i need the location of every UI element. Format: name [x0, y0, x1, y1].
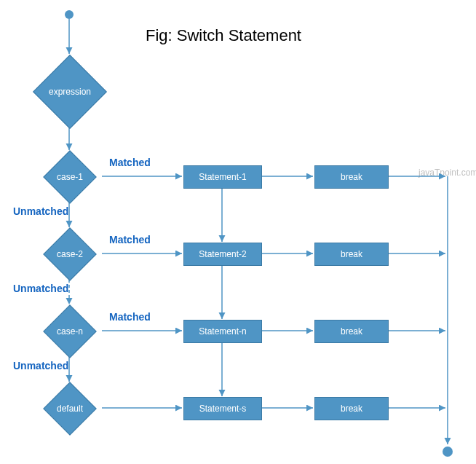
node-break-1-label: break [341, 172, 362, 182]
edge-unmatched-2: Unmatched [13, 283, 68, 294]
node-expression: expression [33, 55, 107, 129]
svg-point-1 [443, 447, 453, 457]
node-statement-n: Statement-n [183, 320, 262, 343]
edge-matched-2: Matched [109, 234, 151, 245]
node-case-1: case-1 [43, 150, 97, 204]
node-default-label: default [57, 404, 83, 414]
node-statement-s: Statement-s [183, 397, 262, 420]
node-statement-2: Statement-2 [183, 243, 262, 266]
node-break-n: break [314, 320, 389, 343]
node-break-1: break [314, 165, 389, 189]
edge-matched-1: Matched [109, 157, 151, 168]
node-default: default [43, 382, 97, 436]
edge-matched-n: Matched [109, 311, 151, 323]
svg-point-0 [65, 10, 74, 19]
flowchart-canvas: Fig: Switch Statement javaTpoint.com [0, 0, 476, 464]
node-statement-n-label: Statement-n [199, 326, 246, 337]
node-expression-label: expression [49, 87, 91, 97]
node-statement-2-label: Statement-2 [199, 249, 246, 259]
node-break-n-label: break [341, 326, 362, 337]
figure-title: Fig: Switch Statement [146, 26, 301, 45]
node-case-2-label: case-2 [57, 249, 83, 259]
node-case-n-label: case-n [57, 326, 83, 337]
node-case-n: case-n [43, 304, 97, 358]
edge-unmatched-n: Unmatched [13, 360, 68, 371]
node-case-2: case-2 [43, 227, 97, 281]
node-break-s: break [314, 397, 389, 420]
node-statement-s-label: Statement-s [199, 404, 247, 414]
edge-unmatched-1: Unmatched [13, 205, 68, 217]
node-break-2-label: break [341, 249, 362, 259]
node-statement-1-label: Statement-1 [199, 172, 246, 182]
watermark-text: javaTpoint.com [419, 168, 476, 178]
node-statement-1: Statement-1 [183, 165, 262, 189]
node-break-s-label: break [341, 404, 362, 414]
node-case-1-label: case-1 [57, 172, 83, 182]
node-break-2: break [314, 243, 389, 266]
